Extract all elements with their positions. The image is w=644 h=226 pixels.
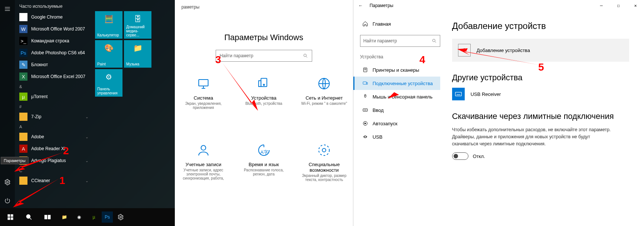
nav-label: Автозапуск	[373, 121, 398, 126]
maximize-button[interactable]: ☐	[610, 0, 627, 11]
taskbar-chrome[interactable]: ◉	[72, 210, 86, 224]
letter-header[interactable]: A	[15, 123, 93, 131]
app-item[interactable]: µ µTorrent	[15, 91, 93, 103]
arrow-1	[11, 178, 63, 208]
app-item[interactable]: ◉ Google Chrome	[15, 11, 93, 23]
app-label: 7-Zip	[31, 114, 41, 119]
tile-label: Калькулятор	[97, 33, 120, 37]
taskbar-settings[interactable]	[114, 210, 128, 224]
chevron-down-icon: ⌄	[85, 179, 88, 183]
app-icon: >_	[19, 37, 27, 45]
app-label: Adobe Photoshop CS6 x64	[31, 50, 85, 55]
svg-rect-3	[8, 217, 10, 220]
app-icon: ✎	[19, 61, 27, 69]
letter-header[interactable]: &	[15, 83, 93, 91]
app-icon	[19, 133, 27, 141]
back-button[interactable]: ←	[353, 3, 368, 8]
tile-label: Домашний медиа-серве...	[126, 25, 149, 37]
app-item[interactable]: >_ Командная строка	[15, 35, 93, 47]
svg-rect-1	[8, 214, 10, 217]
start-tile[interactable]: 📁 Музыка	[124, 40, 151, 68]
content-h1: Добавление устройств	[452, 21, 629, 31]
nav-icon	[362, 94, 368, 100]
settings-search-placeholder: Найти параметр	[220, 53, 254, 58]
sidebar-search-placeholder: Найти параметр	[363, 38, 397, 43]
other-devices-h: Другие устройства	[452, 73, 629, 83]
category-4[interactable]: A字 Время и язык Распознавание голоса, ре…	[235, 143, 292, 182]
taskbar-explorer[interactable]: 📁	[57, 210, 71, 224]
taskbar-utorrent[interactable]: µ	[87, 210, 101, 224]
category-desc: Экранный диктор, размер текста, контраст…	[295, 174, 353, 182]
back-hint: раметры	[182, 4, 200, 10]
search-icon	[303, 53, 308, 58]
home-link[interactable]: Главная	[360, 18, 440, 30]
app-item[interactable]: Adobe ⌄	[15, 131, 93, 143]
category-name: Учетные записи	[175, 162, 232, 167]
app-item[interactable]: Ps Adobe Photoshop CS6 x64	[15, 47, 93, 59]
nav-icon	[362, 107, 368, 113]
nav-item-4[interactable]: Автозапуск	[360, 117, 440, 130]
chevron-down-icon: ⌄	[85, 135, 88, 139]
search-button[interactable]	[20, 208, 38, 226]
category-2[interactable]: Сеть и Интернет Wi-Fi, режим " в самолет…	[295, 77, 353, 110]
start-tile[interactable]: 🗄 Домашний медиа-серве...	[124, 11, 151, 39]
svg-point-12	[263, 84, 264, 85]
settings-categories: Система Экран, уведомления, приложения У…	[175, 77, 353, 182]
minimize-button[interactable]: —	[593, 0, 610, 11]
start-tile[interactable]: ⚙ Панель управления	[95, 69, 122, 97]
hamburger-icon[interactable]	[0, 4, 15, 14]
start-button[interactable]	[1, 208, 19, 226]
app-item[interactable]: ✎ Блокнот	[15, 59, 93, 71]
app-icon: Ps	[19, 49, 27, 57]
app-label: Блокнот	[31, 62, 48, 67]
chevron-down-icon: ⌄	[85, 159, 88, 163]
start-tile[interactable]: 🧮 Калькулятор	[95, 11, 122, 39]
chevron-down-icon: ⌄	[85, 115, 88, 119]
category-5[interactable]: Специальные возможности Экранный диктор,…	[295, 143, 353, 182]
taskview-button[interactable]	[39, 208, 56, 226]
nav-item-5[interactable]: USB	[360, 130, 440, 143]
app-item[interactable]: 7-Zip ⌄	[15, 111, 93, 123]
devices-content: Добавление устройств + Добавление устрой…	[442, 11, 644, 226]
svg-point-19	[432, 39, 435, 42]
close-button[interactable]: ✕	[627, 0, 644, 11]
window-title: Параметры	[368, 3, 593, 8]
app-label: Командная строка	[31, 38, 69, 43]
letter-header[interactable]: #	[15, 103, 93, 111]
metered-toggle[interactable]: Откл.	[452, 152, 629, 160]
settings-home-header: раметры	[175, 0, 206, 14]
device-name: USB Receiver	[471, 91, 501, 97]
arrow-2	[11, 149, 67, 173]
tile-icon: 🗄	[126, 13, 149, 25]
svg-point-8	[120, 216, 122, 218]
svg-rect-10	[199, 80, 208, 86]
start-apps-list: Часто используемые ◉ Google Chrome W Mic…	[15, 0, 93, 208]
svg-text:A字: A字	[260, 149, 268, 155]
category-3[interactable]: Учетные записи Учетные записи, адрес эле…	[175, 143, 232, 182]
nav-label: USB	[373, 134, 383, 140]
most-used-header: Часто используемые	[15, 0, 93, 11]
svg-rect-22	[366, 83, 367, 84]
nav-icon	[362, 134, 368, 140]
svg-point-18	[323, 148, 326, 152]
tile-icon: ⚙	[97, 71, 120, 83]
nav-icon	[362, 80, 368, 86]
taskbar-ps[interactable]: Ps	[102, 212, 113, 223]
app-item[interactable]: W Microsoft Office Word 2007	[15, 23, 93, 35]
app-item[interactable]: X Microsoft Office Excel 2007	[15, 71, 93, 83]
category-icon	[196, 77, 210, 91]
nav-item-3[interactable]: Ввод	[360, 103, 440, 117]
keyboard-icon	[452, 88, 465, 100]
toggle-switch	[452, 152, 468, 160]
tile-label: Paint	[97, 62, 120, 66]
sidebar-search[interactable]: Найти параметр	[360, 35, 440, 47]
settings-search[interactable]: Найти параметр	[216, 50, 312, 62]
category-desc: Wi-Fi, режим " в самолете"	[295, 101, 353, 106]
arrow-5	[457, 48, 542, 71]
device-row[interactable]: USB Receiver	[452, 88, 629, 100]
category-icon: A字	[257, 143, 271, 157]
start-tile[interactable]: 🎨 Paint	[95, 40, 122, 68]
svg-point-17	[319, 145, 330, 156]
category-desc: Учетные записи, адрес электронной почты,…	[175, 168, 232, 180]
app-label: Adobe	[31, 134, 44, 139]
